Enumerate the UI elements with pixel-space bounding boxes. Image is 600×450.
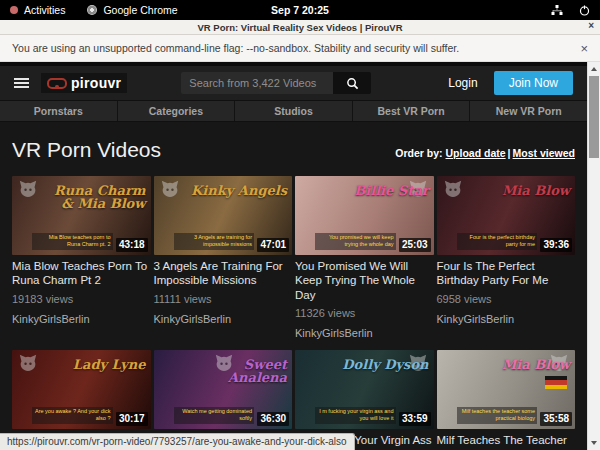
scrollbar[interactable] bbox=[587, 62, 600, 450]
search-input[interactable] bbox=[181, 72, 333, 94]
thumbnail-performer-name: Billie Star bbox=[354, 184, 428, 197]
scrollbar-up-arrow-icon[interactable] bbox=[588, 63, 600, 75]
link-preview-status-bar: https://pirouvr.com/vr-porn-video/779325… bbox=[0, 433, 355, 450]
video-views: 11111 views bbox=[154, 293, 293, 305]
studio-cat-logo-icon bbox=[160, 180, 180, 202]
thumbnail-caption: Four is the perfect birthday party for m… bbox=[457, 233, 537, 250]
video-grid: Runa Charm & Mia Blow Mia Blow teaches p… bbox=[12, 176, 575, 450]
scrollbar-thumb[interactable] bbox=[589, 76, 599, 158]
system-top-bar: Activities Google Chrome Sep 7 20:25 bbox=[0, 0, 600, 20]
video-thumbnail[interactable]: Sweet Analena Watch me getting dominated… bbox=[154, 350, 293, 429]
chrome-app-menu[interactable]: Google Chrome bbox=[87, 4, 177, 16]
thumbnail-performer-name: Mia Blow bbox=[502, 358, 570, 371]
video-duration-badge: 30:17 bbox=[116, 412, 148, 426]
menu-item[interactable]: Studios bbox=[235, 101, 353, 121]
video-studio-link[interactable]: KinkyGirlsBerlin bbox=[437, 313, 576, 326]
thumbnail-performer-name: Sweet Analena bbox=[187, 358, 287, 385]
video-thumbnail[interactable]: Dolly Dyson I m fucking your virgin ass … bbox=[295, 350, 434, 429]
video-card[interactable]: Mia Blow Four is the perfect birthday pa… bbox=[437, 176, 576, 340]
video-duration-badge: 25:03 bbox=[399, 238, 431, 252]
video-thumbnail[interactable]: Runa Charm & Mia Blow Mia Blow teaches p… bbox=[12, 176, 151, 255]
video-views: 6958 views bbox=[437, 293, 576, 305]
site-logo[interactable]: pirouvr bbox=[41, 73, 127, 93]
search-icon bbox=[346, 77, 359, 90]
page-title: VR Porn Videos bbox=[12, 138, 161, 162]
thumbnail-caption: You promised we will keep trying the who… bbox=[315, 233, 395, 250]
video-duration-badge: 33:59 bbox=[399, 412, 431, 426]
video-thumbnail[interactable]: Mia Blow Four is the perfect birthday pa… bbox=[437, 176, 576, 255]
video-studio-link[interactable]: KinkyGirlsBerlin bbox=[295, 327, 434, 340]
video-studio-link[interactable]: KinkyGirlsBerlin bbox=[12, 313, 151, 326]
video-card[interactable]: Kinky Angels 3 Angels are training for i… bbox=[154, 176, 293, 340]
order-separator: | bbox=[508, 147, 511, 159]
video-title-link[interactable]: You Promised We Will Keep Trying The Who… bbox=[295, 259, 434, 302]
logo-text: pirouvr bbox=[71, 75, 121, 91]
power-icon[interactable] bbox=[579, 5, 590, 16]
window-close-icon[interactable]: × bbox=[588, 20, 594, 31]
thumbnail-caption: Watch me getting dominated softly bbox=[174, 407, 254, 424]
page-viewport: pirouvr Login Join Now Pornstars Categor… bbox=[0, 62, 587, 450]
search-bar bbox=[181, 72, 371, 94]
order-by-label: Order by: bbox=[395, 147, 442, 159]
login-link[interactable]: Login bbox=[448, 76, 477, 90]
join-now-button[interactable]: Join Now bbox=[494, 71, 573, 95]
video-title-link[interactable]: Milf Teaches The Teacher Some Practical … bbox=[437, 433, 576, 450]
main-content: VR Porn Videos Order by: Upload date|Mos… bbox=[0, 138, 587, 450]
thumbnail-performer-name: Dolly Dyson bbox=[342, 358, 428, 371]
video-duration-badge: 39:36 bbox=[540, 238, 572, 252]
video-card[interactable]: Runa Charm & Mia Blow Mia Blow teaches p… bbox=[12, 176, 151, 340]
activities-indicator-icon bbox=[10, 6, 18, 14]
thumbnail-performer-name: Runa Charm & Mia Blow bbox=[46, 184, 146, 211]
thumbnail-caption: Milf teaches the teacher some practical … bbox=[457, 407, 537, 424]
video-title-link[interactable]: Four Is The Perfect Birthday Party For M… bbox=[437, 259, 576, 288]
video-thumbnail[interactable]: Billie Star You promised we will keep tr… bbox=[295, 176, 434, 255]
menu-item[interactable]: New VR Porn bbox=[470, 101, 587, 121]
thumbnail-performer-name: Lady Lyne bbox=[73, 358, 146, 371]
chrome-icon bbox=[87, 5, 97, 15]
video-thumbnail[interactable]: Kinky Angels 3 Angels are training for i… bbox=[154, 176, 293, 255]
scrollbar-down-arrow-icon[interactable] bbox=[588, 437, 600, 449]
video-card[interactable]: Billie Star You promised we will keep tr… bbox=[295, 176, 434, 340]
german-flag-icon bbox=[545, 376, 567, 389]
thumbnail-performer-name: Mia Blow bbox=[502, 184, 570, 197]
activities-label: Activities bbox=[24, 4, 65, 16]
chrome-warning-bar: You are using an unsupported command-lin… bbox=[0, 35, 600, 62]
order-by-controls: Order by: Upload date|Most viewed bbox=[395, 147, 575, 159]
thumbnail-performer-name: Kinky Angels bbox=[191, 184, 287, 197]
chrome-app-label: Google Chrome bbox=[103, 4, 177, 16]
video-title-link[interactable]: Mia Blow Teaches Porn To Runa Charm Pt 2 bbox=[12, 259, 151, 288]
site-header: pirouvr Login Join Now bbox=[0, 66, 587, 100]
video-studio-link[interactable]: KinkyGirlsBerlin bbox=[154, 313, 293, 326]
studio-cat-logo-icon bbox=[18, 354, 38, 376]
warning-close-icon[interactable]: × bbox=[580, 41, 588, 56]
menu-item[interactable]: Best VR Porn bbox=[353, 101, 471, 121]
vr-goggles-icon bbox=[47, 78, 67, 89]
thumbnail-caption: Are you awake ? And your dick also ? bbox=[32, 407, 112, 424]
thumbnail-caption: 3 Angels are training for impossible mis… bbox=[174, 233, 254, 250]
menu-item[interactable]: Pornstars bbox=[0, 101, 118, 121]
order-most-viewed-link[interactable]: Most viewed bbox=[513, 147, 575, 159]
window-title-bar: VR Porn: Virtual Reality Sex Videos | Pi… bbox=[0, 20, 600, 35]
studio-cat-logo-icon bbox=[443, 180, 463, 202]
activities-button[interactable]: Activities bbox=[10, 4, 65, 16]
video-title-link[interactable]: 3 Angels Are Training For Impossible Mis… bbox=[154, 259, 293, 288]
video-thumbnail[interactable]: Lady Lyne Are you awake ? And your dick … bbox=[12, 350, 151, 429]
video-thumbnail[interactable]: Mia Blow Milf teaches the teacher some p… bbox=[437, 350, 576, 429]
menu-item[interactable]: Categories bbox=[118, 101, 236, 121]
video-card[interactable]: Mia Blow Milf teaches the teacher some p… bbox=[437, 350, 576, 450]
hamburger-menu-icon[interactable] bbox=[14, 78, 29, 88]
order-upload-date-link[interactable]: Upload date bbox=[446, 147, 506, 159]
studio-cat-logo-icon bbox=[18, 180, 38, 202]
video-views: 11326 views bbox=[295, 307, 434, 319]
window-title: VR Porn: Virtual Reality Sex Videos | Pi… bbox=[197, 22, 402, 33]
search-button[interactable] bbox=[333, 72, 371, 94]
video-duration-badge: 47:01 bbox=[257, 238, 289, 252]
thumbnail-caption: I m fucking your virgin ass and you will… bbox=[315, 407, 395, 424]
video-duration-badge: 36:30 bbox=[257, 412, 289, 426]
network-icon[interactable] bbox=[551, 5, 563, 16]
warning-message: You are using an unsupported command-lin… bbox=[12, 42, 459, 54]
video-views: 19183 views bbox=[12, 293, 151, 305]
main-nav-menu: Pornstars Categories Studios Best VR Por… bbox=[0, 100, 587, 122]
thumbnail-caption: Mia Blow teaches porn to Runa Charm pt. … bbox=[32, 233, 112, 250]
video-duration-badge: 43:18 bbox=[116, 238, 148, 252]
